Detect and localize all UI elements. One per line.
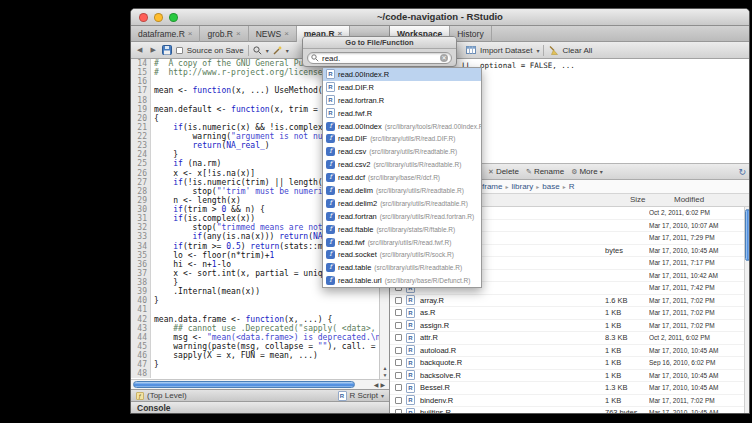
window-titlebar[interactable]: ~/code-navigation - RStudio	[131, 9, 749, 26]
scroll-down-icon[interactable]: ▼	[380, 372, 389, 379]
wand-menu-caret-icon[interactable]: ▾	[286, 47, 289, 54]
goto-result-file[interactable]: Rread.DIF.R	[323, 81, 481, 94]
column-size[interactable]: Size	[630, 195, 646, 204]
close-tab-icon[interactable]: ×	[236, 30, 241, 38]
goto-result-function[interactable]: fread.table(src/library/utils/R/readtabl…	[323, 261, 481, 274]
file-name[interactable]: builtins.R	[420, 408, 605, 413]
rename-label: Rename	[534, 167, 564, 176]
file-checkbox[interactable]	[395, 347, 402, 354]
file-checkbox[interactable]	[395, 384, 402, 391]
file-row[interactable]: Rassign.R1 KBMar 17, 2011, 7:02 PM	[390, 320, 745, 333]
file-row[interactable]: Rattr.R8.3 KBOct 2, 2011, 6:02 PM	[390, 332, 745, 345]
rename-icon: ✎	[526, 168, 532, 176]
scrollbar-arrows[interactable]: ◀▶	[374, 381, 387, 388]
goto-result-function[interactable]: fread.csv(src/library/utils/R/readtable.…	[323, 145, 481, 158]
scope-indicator[interactable]: (Top Level)	[147, 391, 187, 400]
search-icon[interactable]	[253, 46, 262, 55]
clear-search-icon[interactable]: ✕	[440, 54, 448, 62]
goto-result-function[interactable]: fread.delim(src/library/utils/R/readtabl…	[323, 184, 481, 197]
file-name[interactable]: as.R	[420, 308, 605, 317]
file-modified: Mar 17, 2010, 10:45 AM	[649, 384, 745, 391]
file-row[interactable]: Rautoload.R1 KBMar 17, 2010, 10:45 AM	[390, 345, 745, 358]
goto-result-file[interactable]: Rread.fwf.R	[323, 107, 481, 120]
function-icon: f	[326, 238, 335, 247]
file-name[interactable]: bindenv.R	[420, 396, 605, 405]
column-modified[interactable]: Modified	[674, 195, 704, 204]
scrollbar-thumb[interactable]	[133, 381, 355, 388]
file-row[interactable]: Rbindenv.R1 KBMar 17, 2011, 7:02 PM	[390, 395, 745, 408]
refresh-icon[interactable]: ↻	[738, 167, 746, 177]
editor-tab-NEWS[interactable]: NEWS×	[249, 26, 297, 42]
tab-label: grob.R	[207, 29, 233, 39]
close-tab-icon[interactable]: ×	[284, 30, 289, 38]
file-name[interactable]: array.R	[420, 296, 605, 305]
scrollbar-arrows[interactable]: ▲ ▼	[380, 365, 389, 379]
r-file-icon: R	[406, 333, 415, 343]
file-checkbox[interactable]	[395, 309, 402, 316]
scroll-right-icon[interactable]: ▶	[380, 382, 387, 388]
file-checkbox[interactable]	[395, 297, 402, 304]
file-name[interactable]: backquote.R	[420, 358, 605, 367]
goto-result-function[interactable]: fread.csv2(src/library/utils/R/readtable…	[323, 158, 481, 171]
code-line: 44 msg <- "mean(<data.frame>) is depreca…	[131, 333, 379, 342]
file-checkbox[interactable]	[395, 372, 402, 379]
file-row[interactable]: RBessel.R1.3 KBMar 17, 2010, 10:45 AM	[390, 382, 745, 395]
source-on-save-checkbox[interactable]	[176, 47, 183, 54]
breadcrumb-segment[interactable]: frame	[482, 182, 502, 191]
file-name[interactable]: assign.R	[420, 321, 605, 330]
goto-result-function[interactable]: fread.DIF(src/library/utils/R/read.DIF.R…	[323, 132, 481, 145]
goto-result-function[interactable]: fread.ftable(src/library/stats/R/ftable.…	[323, 223, 481, 236]
close-tab-icon[interactable]: ×	[188, 30, 193, 38]
goto-result-function[interactable]: fread.delim2(src/library/utils/R/readtab…	[323, 197, 481, 210]
scrollbar-thumb[interactable]	[745, 209, 750, 261]
more-menu-button[interactable]: ⚙ More ▾	[571, 167, 603, 176]
breadcrumb-segment[interactable]: library	[511, 182, 533, 191]
search-menu-caret-icon[interactable]: ▾	[266, 47, 269, 54]
editor-horizontal-scrollbar[interactable]: ◀▶	[131, 379, 389, 389]
code-tools-wand-icon[interactable]	[273, 46, 282, 55]
file-name[interactable]: attr.R	[420, 333, 605, 342]
goto-result-function[interactable]: fread.fortran(src/library/utils/R/read.f…	[323, 210, 481, 223]
goto-result-function[interactable]: fread.table.url(src/library/base/R/Defun…	[323, 274, 481, 287]
rename-file-button[interactable]: ✎ Rename	[526, 167, 564, 176]
file-row[interactable]: Rbackquote.R1 KBSep 16, 2010, 6:02 PM	[390, 357, 745, 370]
file-checkbox[interactable]	[395, 322, 402, 329]
goto-result-file[interactable]: Rread.fortran.R	[323, 94, 481, 107]
nav-forward-icon[interactable]: ▶	[148, 45, 157, 55]
file-checkbox[interactable]	[395, 359, 402, 366]
file-checkbox[interactable]	[395, 334, 402, 341]
editor-tab-dataframe.R[interactable]: dataframe.R×	[131, 26, 200, 42]
files-vertical-scrollbar[interactable]	[744, 207, 750, 413]
goto-result-function[interactable]: fread.fwf(src/library/utils/R/read.fwf.R…	[323, 236, 481, 249]
file-name[interactable]: Bessel.R	[420, 383, 605, 392]
editor-tab-grob.R[interactable]: grob.R×	[200, 26, 248, 42]
goto-result-function[interactable]: fread.socket(src/library/utils/R/sock.R)	[323, 248, 481, 261]
goto-result-function[interactable]: fread.dcf(src/library/base/R/dcf.R)	[323, 171, 481, 184]
console-pane-header[interactable]: Console	[131, 401, 389, 413]
breadcrumb-segment[interactable]: base	[542, 182, 559, 191]
file-checkbox[interactable]	[395, 409, 402, 413]
breadcrumb-segment[interactable]: R	[569, 182, 575, 191]
file-row[interactable]: Rarray.R1.6 KBMar 17, 2011, 7:02 PM	[390, 295, 745, 308]
file-name[interactable]: autoload.R	[420, 346, 605, 355]
file-row[interactable]: Rbuiltins.R763 bytesMar 17, 2010, 10:45 …	[390, 407, 745, 413]
goto-result-file[interactable]: Rread.00Index.R	[323, 68, 481, 81]
clear-all-button[interactable]: Clear All	[562, 46, 592, 55]
file-name[interactable]: backsolve.R	[420, 371, 605, 380]
line-number: 48	[131, 369, 151, 378]
import-dataset-caret-icon[interactable]: ▾	[536, 47, 539, 54]
file-type-selector[interactable]: R Script	[350, 391, 378, 400]
r-file-icon: R	[326, 69, 335, 79]
goto-result-function[interactable]: fread.00Index(src/library/tools/R/read.0…	[323, 120, 481, 133]
import-dataset-button[interactable]: Import Dataset	[480, 46, 532, 55]
line-number: 18	[131, 96, 151, 105]
file-row[interactable]: Ras.R1 KBMar 17, 2011, 7:02 PM	[390, 307, 745, 320]
save-icon[interactable]	[162, 45, 172, 55]
goto-search-input[interactable]: read. ✕	[307, 52, 452, 64]
nav-back-icon[interactable]: ◀	[135, 45, 144, 55]
delete-file-button[interactable]: ✕ Delete	[488, 167, 519, 176]
file-type-caret-icon[interactable]: ▾	[381, 392, 384, 399]
file-checkbox[interactable]	[395, 397, 402, 404]
scroll-up-icon[interactable]: ▲	[380, 365, 389, 372]
file-row[interactable]: Rbacksolve.R1 KBMar 17, 2010, 10:45 AM	[390, 370, 745, 383]
